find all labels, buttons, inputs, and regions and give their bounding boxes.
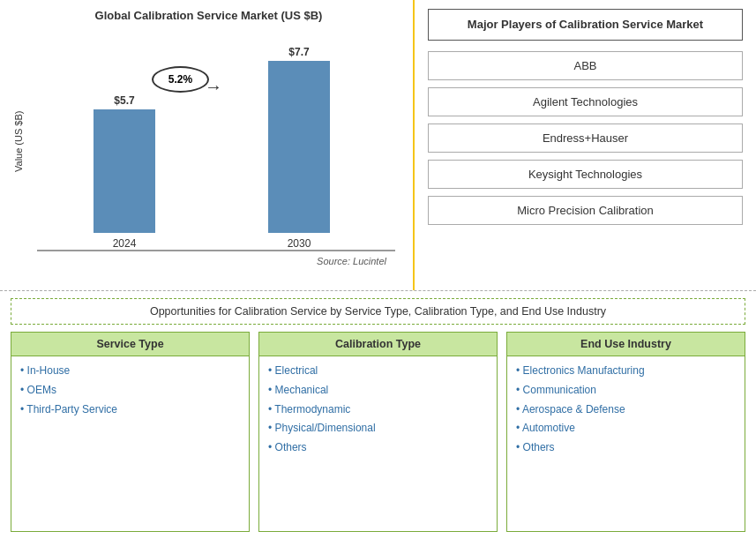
top-section: Global Calibration Service Market (US $B… [0,0,756,291]
players-title: Major Players of Calibration Service Mar… [428,9,743,41]
opportunities-title: Opportunities for Calibration Service by… [11,298,745,325]
columns-container: Service Type In-House OEMs Third-Party S… [11,332,745,532]
player-agilent: Agilent Technologies [428,87,743,116]
source-text: Source: Lucintel [13,256,386,266]
bar-value-2024: $5.7 [114,94,134,107]
enduse-item-3: Aerospace & Defense [516,402,736,417]
calibration-item-2: Mechanical [268,383,488,398]
cagr-annotation: 5.2% → [152,66,209,93]
column-content-enduse: Electronics Manufacturing Communication … [507,356,745,531]
bar-label-2030: 2030 [288,237,311,250]
column-header-calibration: Calibration Type [259,333,497,356]
player-micro: Micro Precision Calibration [428,196,743,225]
calibration-item-1: Electrical [268,363,488,378]
y-axis-label: Value (US $B) [13,31,24,251]
calibration-item-5: Others [268,440,488,455]
bar-label-2024: 2024 [113,237,137,250]
bar-2030 [268,61,330,233]
column-content-calibration: Electrical Mechanical Thermodynamic Phys… [259,356,497,531]
player-keysight: Keysight Technologies [428,160,743,189]
main-container: Global Calibration Service Market (US $B… [0,0,756,539]
cagr-ellipse: 5.2% [152,66,209,93]
enduse-item-4: Automotive [516,421,736,436]
calibration-item-3: Thermodynamic [268,402,488,417]
bars-container: 5.2% → $5.7 2024 $7.7 [28,31,404,250]
bar-2024 [94,109,155,233]
chart-body: 5.2% → $5.7 2024 $7.7 [28,31,404,251]
service-item-1: In-House [20,363,240,378]
chart-area: Value (US $B) 5.2% → $5.7 [13,31,404,251]
column-calibration-type: Calibration Type Electrical Mechanical T… [258,332,498,532]
enduse-item-5: Others [516,440,736,455]
player-abb: ABB [428,51,743,80]
bar-group-2024: $5.7 2024 [37,94,212,250]
cagr-value: 5.2% [168,73,192,86]
column-header-enduse: End Use Industry [507,333,745,356]
player-endress: Endress+Hauser [428,124,743,153]
bar-group-2030: $7.7 2030 [212,46,386,250]
column-header-service: Service Type [11,333,249,356]
column-content-service: In-House OEMs Third-Party Service [11,356,249,531]
service-item-2: OEMs [20,383,240,398]
chart-section: Global Calibration Service Market (US $B… [0,0,415,290]
chart-title: Global Calibration Service Market (US $B… [13,9,404,22]
enduse-item-1: Electronics Manufacturing [516,363,736,378]
x-axis-line [37,250,395,251]
column-end-use: End Use Industry Electronics Manufacturi… [506,332,745,532]
service-item-3: Third-Party Service [20,402,240,417]
bottom-section: Opportunities for Calibration Service by… [0,291,756,539]
column-service-type: Service Type In-House OEMs Third-Party S… [11,332,250,532]
calibration-item-4: Physical/Dimensional [268,421,488,436]
enduse-item-2: Communication [516,383,736,398]
bar-value-2030: $7.7 [288,46,309,58]
players-section: Major Players of Calibration Service Mar… [415,0,756,290]
